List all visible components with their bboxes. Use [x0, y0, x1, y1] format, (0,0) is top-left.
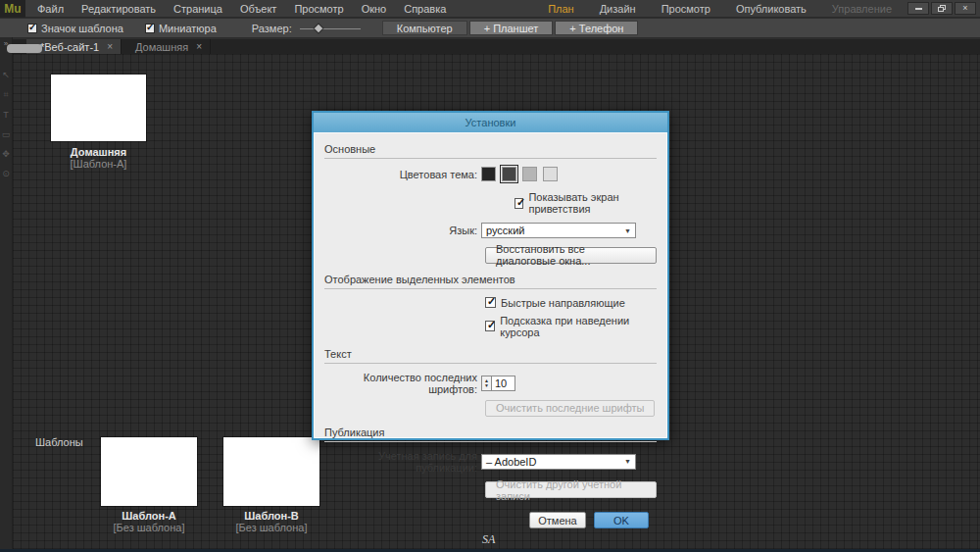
recent-fonts-value[interactable]: 10: [492, 376, 515, 391]
mode-design[interactable]: Дизайн: [600, 3, 636, 15]
minimize-button[interactable]: [907, 2, 929, 15]
color-theme-label: Цветовая тема:: [324, 169, 481, 180]
menu-view[interactable]: Просмотр: [294, 3, 343, 15]
master-b-thumbnail[interactable]: [223, 437, 319, 506]
tool-strip: » ↖ ⌗ T ▭ ✥ ⊙: [0, 37, 13, 552]
cancel-button[interactable]: Отмена: [529, 512, 586, 528]
tab-close-icon[interactable]: ×: [196, 41, 202, 52]
window-controls: ×: [907, 2, 976, 15]
dialog-buttons: Отмена OK: [324, 512, 649, 528]
recent-fonts-stepper[interactable]: ▲ ▼ 10: [481, 376, 515, 391]
checkbox-label: Быстрые направляющие: [501, 297, 625, 309]
restore-icon: [938, 5, 946, 12]
menu-window[interactable]: Окно: [362, 3, 387, 15]
menu-file[interactable]: Файл: [37, 3, 64, 15]
hover-tooltip-checkbox[interactable]: ✓ Подсказка при наведении курсора: [485, 315, 657, 338]
checkbox-box: ✓: [514, 198, 523, 209]
clear-account-row: Очистить другой учетной записи: [485, 478, 657, 499]
dialog-title: Установки: [466, 117, 516, 128]
check-icon: ✓: [487, 295, 496, 308]
restore-dialogs-row: Восстановить все диалоговые окна...: [485, 243, 657, 264]
menu-edit[interactable]: Редактировать: [81, 3, 156, 15]
show-welcome-checkbox[interactable]: ✓ Показывать экран приветствия: [514, 191, 657, 215]
language-row: Язык: русский ▼: [324, 223, 657, 238]
theme-swatch-lightest[interactable]: [543, 167, 558, 181]
account-label: Учетная запись для публикации:: [324, 450, 481, 474]
control-bar: ✓ Значок шаблона ✓ Миниатюра Размер: Ком…: [0, 19, 980, 38]
checkbox-label: Показывать экран приветствия: [528, 191, 657, 215]
checkbox-label: Миниатюра: [159, 23, 217, 34]
size-slider[interactable]: [300, 24, 361, 33]
theme-swatch-dark-selected[interactable]: [502, 167, 516, 181]
document-tabs: *Веб-сайт-1 × Домашняя ×: [13, 39, 980, 54]
section-general: Основные: [324, 143, 657, 159]
checkbox-box: ✓: [145, 24, 155, 33]
text-tool[interactable]: T: [0, 110, 12, 120]
section-divider: [324, 363, 657, 364]
account-dropdown[interactable]: – AdobeID ▼: [481, 454, 636, 470]
add-tablet-layout-button[interactable]: + Планшет: [469, 21, 554, 35]
close-button[interactable]: ×: [955, 2, 976, 15]
theme-swatch-darkest[interactable]: [481, 167, 496, 181]
mode-preview[interactable]: Просмотр: [662, 3, 710, 15]
dropdown-value: русский: [486, 225, 524, 236]
spin-down-icon[interactable]: ▼: [484, 383, 489, 388]
home-page-master: [Шаблон-A]: [51, 158, 146, 170]
smart-guides-checkbox[interactable]: ✓ Быстрые направляющие: [485, 297, 657, 309]
preferences-dialog: Установки Основные Цветовая тема: ✓ Пока…: [312, 111, 669, 440]
master-a-title: Шаблон-A: [101, 510, 197, 522]
minimize-icon: [915, 8, 922, 10]
desktop-layout-button[interactable]: Компьютер: [382, 21, 467, 35]
section-text: Текст: [324, 348, 657, 364]
clear-account-button: Очистить другой учетной записи: [485, 481, 657, 498]
master-a-thumbnail[interactable]: [101, 437, 197, 506]
home-page-thumbnail[interactable]: [51, 75, 146, 141]
menu-page[interactable]: Страница: [173, 3, 222, 15]
checkbox-label: Значок шаблона: [41, 23, 123, 34]
theme-swatch-light[interactable]: [522, 167, 537, 181]
account-row: Учетная запись для публикации: – AdobeID…: [324, 450, 657, 474]
ok-button[interactable]: OK: [594, 512, 649, 528]
tab-label: *Веб-сайт-1: [40, 41, 99, 53]
language-dropdown[interactable]: русский ▼: [481, 223, 636, 238]
crop-tool[interactable]: ⌗: [0, 89, 12, 100]
section-general-label: Основные: [324, 143, 375, 155]
tab-close-icon[interactable]: ×: [107, 41, 113, 52]
restore-button[interactable]: [931, 2, 953, 15]
master-badge-checkbox[interactable]: ✓ Значок шаблона: [27, 23, 123, 34]
section-text-label: Текст: [324, 348, 352, 360]
menu-help[interactable]: Справка: [404, 3, 446, 15]
zoom-tool[interactable]: ⊙: [0, 169, 12, 178]
recent-fonts-row: Количество последних шрифтов: ▲ ▼ 10: [324, 372, 657, 395]
mode-manage: Управление: [832, 3, 892, 15]
checkbox-box: ✓: [485, 297, 496, 308]
selection-tool[interactable]: ↖: [0, 70, 12, 79]
menu-object[interactable]: Объект: [240, 3, 276, 15]
mode-plan[interactable]: План: [548, 3, 574, 15]
slider-track: [300, 28, 361, 29]
checkbox-label: Подсказка при наведении курсора: [500, 315, 657, 338]
slider-thumb[interactable]: [314, 24, 321, 31]
mode-publish[interactable]: Опубликовать: [736, 3, 807, 15]
check-icon: ✓: [516, 196, 525, 209]
check-icon: ✓: [28, 22, 36, 32]
rectangle-tool[interactable]: ▭: [0, 129, 12, 139]
section-divider: [324, 288, 657, 289]
add-phone-layout-button[interactable]: + Телефон: [555, 21, 638, 35]
restore-dialogs-button[interactable]: Восстановить все диалоговые окна...: [485, 247, 657, 264]
dropdown-value: – AdobeID: [486, 456, 536, 468]
stepper-arrows[interactable]: ▲ ▼: [481, 376, 492, 391]
master-b-title: Шаблон-B: [223, 510, 319, 522]
dialog-body: Основные Цветовая тема: ✓ Показывать экр…: [314, 132, 667, 438]
hand-tool[interactable]: ✥: [0, 149, 12, 159]
tab-home[interactable]: Домашняя ×: [122, 39, 211, 54]
master-a-sub: [Без шаблона]: [101, 522, 197, 533]
home-page-title: Домашняя: [51, 146, 146, 158]
dialog-title-bar[interactable]: Установки: [314, 113, 667, 132]
section-publish-label: Публикация: [324, 427, 384, 438]
section-selection-label: Отображение выделенных элементов: [324, 274, 515, 285]
tab-label: Домашняя: [135, 41, 188, 53]
layout-buttons: Компьютер + Планшет + Телефон: [382, 21, 641, 35]
panel-handle[interactable]: [7, 44, 42, 53]
thumbnail-checkbox[interactable]: ✓ Миниатюра: [145, 23, 217, 34]
